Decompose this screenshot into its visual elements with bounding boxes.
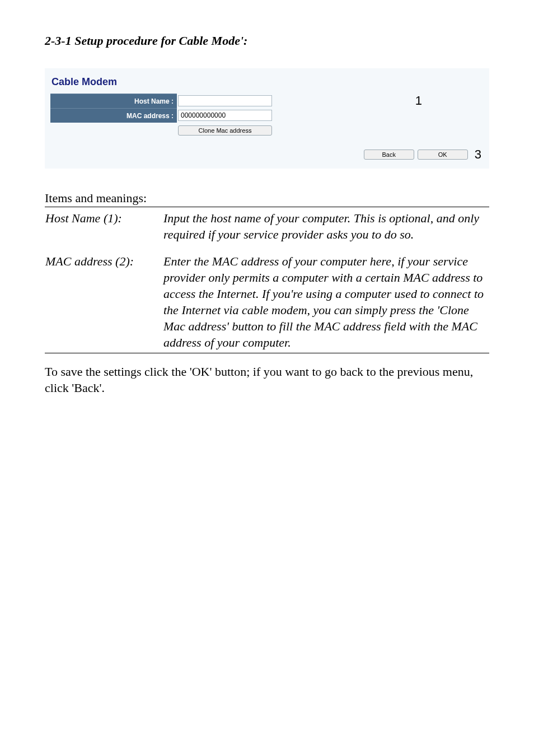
mac-address-term: MAC address (2): [45,253,163,353]
mac-address-description: Enter the MAC address of your computer h… [163,253,489,353]
footer-paragraph: To save the settings click the 'OK' butt… [45,363,489,396]
back-button[interactable]: Back [364,150,414,160]
mac-address-row: MAC address : 2 [50,108,484,123]
mac-address-label: MAC address : [50,108,177,123]
host-name-term: Host Name (1): [45,209,163,253]
table-row: Host Name (1): Input the host name of yo… [45,209,489,253]
host-name-input[interactable] [178,95,272,106]
host-name-row: Host Name : 1 [50,94,484,108]
mac-address-input[interactable] [178,110,272,121]
clone-mac-button[interactable]: Clone Mac address [178,125,272,136]
annotation-3: 3 [475,147,481,162]
cable-modem-panel: Cable Modem Host Name : 1 MAC address : … [45,68,489,169]
ok-button[interactable]: OK [418,150,468,160]
definitions-table: Host Name (1): Input the host name of yo… [45,209,489,353]
annotation-1: 1 [415,94,422,108]
host-name-description: Input the host name of your computer. Th… [163,209,489,253]
host-name-label: Host Name : [50,94,177,108]
items-meanings-heading: Items and meanings: [45,191,489,207]
section-heading: 2-3-1 Setup procedure for Cable Mode': [45,34,489,48]
clone-row: Clone Mac address [50,123,484,137]
table-row: MAC address (2): Enter the MAC address o… [45,253,489,353]
panel-title: Cable Modem [50,73,484,94]
button-row: Back OK 3 [50,137,484,163]
